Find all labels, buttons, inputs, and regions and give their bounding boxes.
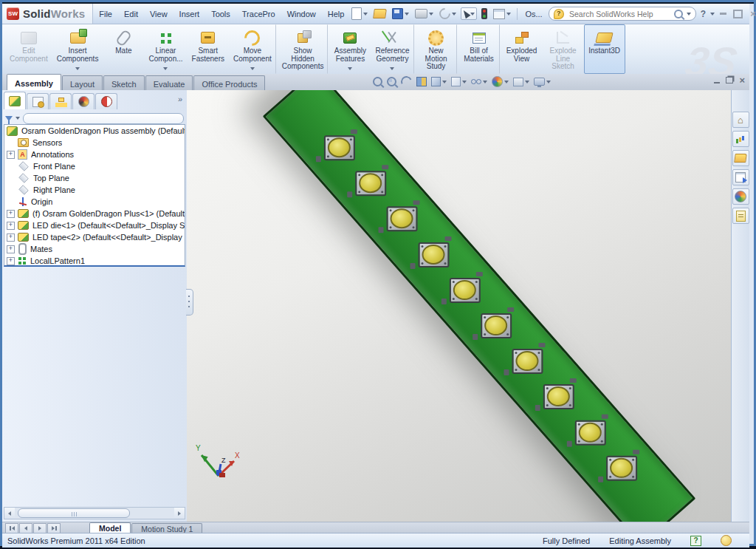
menu-item[interactable]: File <box>93 4 118 24</box>
view-tool-button[interactable] <box>490 75 510 88</box>
close-button[interactable]: × <box>747 9 756 19</box>
panel-overflow-chevron[interactable]: » <box>178 95 182 103</box>
view-tool-button[interactable] <box>532 75 552 88</box>
quick-button[interactable] <box>372 7 388 20</box>
graphics-viewport[interactable]: Y Z X <box>187 90 732 522</box>
view-tool-button[interactable] <box>512 75 531 88</box>
quick-button[interactable] <box>438 7 458 21</box>
quick-button[interactable] <box>350 6 369 21</box>
led-component[interactable] <box>348 166 390 199</box>
minimize-button[interactable] <box>718 9 729 19</box>
search-input[interactable] <box>568 9 670 19</box>
panel-tab[interactable] <box>27 93 49 109</box>
view-tool-button[interactable] <box>399 75 413 88</box>
feature-tree-item[interactable]: Top Plane <box>4 172 185 184</box>
feature-tree-item[interactable]: LocalLPattern1 <box>4 255 185 267</box>
feature-tree-item[interactable]: Annotations <box>4 149 185 160</box>
feature-tree-item[interactable]: LED tape<2> (Default<<Default>_Display S <box>4 231 185 243</box>
ribbon-button[interactable]: Assembly Features <box>329 24 371 74</box>
feature-tree-item[interactable]: LED die<1> (Default<<Default>_Display St… <box>4 219 185 231</box>
quick-button[interactable] <box>461 7 477 20</box>
task-pane-button[interactable] <box>732 169 749 185</box>
ribbon-button[interactable]: Edit Component <box>5 24 52 74</box>
ribbon-button[interactable]: Move Component <box>229 24 276 74</box>
command-tab[interactable]: Layout <box>62 75 103 90</box>
scroll-right-button[interactable] <box>174 508 185 519</box>
led-component[interactable] <box>443 273 484 306</box>
led-component[interactable] <box>317 131 359 163</box>
feature-tree-item[interactable]: Right Plane <box>4 184 185 196</box>
filter-funnel-icon[interactable] <box>5 116 13 121</box>
feature-tree-item[interactable]: Osram GoldenDragon Plus assembly (Defaul… <box>4 125 185 137</box>
doc-close-button[interactable]: × <box>739 76 745 84</box>
panel-tab[interactable] <box>4 92 26 109</box>
help-search-box[interactable] <box>549 7 696 21</box>
panel-splitter-handle[interactable] <box>186 289 193 316</box>
ribbon-button[interactable]: Mate <box>103 24 144 74</box>
menu-item[interactable]: Insert <box>173 4 206 24</box>
tree-expander-icon[interactable] <box>7 151 15 159</box>
led-component[interactable] <box>506 344 547 377</box>
last-tab-button[interactable] <box>47 523 61 533</box>
panel-tab[interactable] <box>72 93 94 109</box>
model-tab[interactable]: Motion Study 1 <box>131 523 202 533</box>
first-tab-button[interactable] <box>5 523 18 533</box>
feature-tree-item[interactable]: (f) Osram GoldenDragon Plus<1> (Default< <box>4 208 185 219</box>
task-pane-button[interactable] <box>732 188 749 205</box>
help-button[interactable]: ? <box>699 9 707 19</box>
quick-button[interactable] <box>492 7 512 21</box>
view-tool-button[interactable] <box>450 75 468 88</box>
led-component[interactable] <box>411 238 453 270</box>
menu-item[interactable]: Edit <box>118 4 144 24</box>
ribbon-button[interactable]: Reference Geometry <box>371 24 413 74</box>
feature-tree-item[interactable]: Mates <box>4 243 185 255</box>
filter-dropdown-arrow-icon[interactable] <box>16 117 20 120</box>
ribbon-button[interactable]: Smart Fasteners <box>188 24 229 74</box>
task-pane-button[interactable] <box>732 112 749 128</box>
task-pane-button[interactable] <box>732 150 749 166</box>
menu-item[interactable]: TracePro <box>236 4 281 24</box>
doc-minimize-button[interactable] <box>714 82 720 83</box>
feature-tree-item[interactable]: Front Plane <box>4 160 185 172</box>
menu-item[interactable]: Help <box>322 4 351 24</box>
command-tab[interactable]: Sketch <box>103 75 145 90</box>
panel-horizontal-scrollbar[interactable] <box>4 507 185 519</box>
command-tab[interactable]: Evaluate <box>145 75 193 90</box>
tree-expander-icon[interactable] <box>7 233 15 242</box>
menu-item[interactable]: View <box>144 4 173 24</box>
ribbon-button[interactable]: Instant3D <box>584 24 625 74</box>
tree-expander-icon[interactable] <box>7 210 15 218</box>
menu-item[interactable]: Tools <box>205 4 236 24</box>
search-dropdown-arrow-icon[interactable] <box>687 13 691 16</box>
ribbon-button[interactable]: Bill of Materials <box>458 24 500 74</box>
ribbon-button[interactable]: Insert Components <box>52 24 103 74</box>
led-component[interactable] <box>599 451 641 484</box>
prev-tab-button[interactable] <box>19 523 32 533</box>
led-component[interactable] <box>380 202 422 235</box>
model-tab[interactable]: Model <box>89 522 131 533</box>
ribbon-button[interactable]: Explode Line Sketch <box>543 24 584 74</box>
command-tab[interactable]: Assembly <box>7 74 61 90</box>
panel-tab[interactable] <box>49 93 72 109</box>
command-tab[interactable]: Office Products <box>193 75 265 90</box>
quick-button[interactable] <box>413 7 435 20</box>
tag-icon[interactable] <box>721 535 732 546</box>
tree-expander-icon[interactable] <box>7 257 15 265</box>
tree-expander-icon[interactable] <box>7 245 15 253</box>
tree-expander-icon[interactable] <box>7 222 15 230</box>
feature-tree-item[interactable]: Sensors <box>4 137 185 149</box>
search-icon[interactable] <box>674 10 683 18</box>
panel-tab[interactable] <box>95 93 117 109</box>
view-tool-button[interactable] <box>415 75 428 88</box>
led-component[interactable] <box>568 415 610 448</box>
view-tool-button[interactable] <box>385 75 398 88</box>
view-tool-button[interactable] <box>470 75 489 88</box>
ribbon-button[interactable]: New Motion Study <box>416 24 457 74</box>
ribbon-button[interactable]: Show Hidden Components <box>278 24 329 74</box>
led-tape-model[interactable] <box>263 90 696 522</box>
next-tab-button[interactable] <box>33 523 47 533</box>
quick-button[interactable] <box>480 7 489 21</box>
feature-tree-item[interactable]: Origin <box>4 196 185 208</box>
maximize-button[interactable] <box>732 9 744 19</box>
quick-tips-icon[interactable] <box>690 536 701 546</box>
